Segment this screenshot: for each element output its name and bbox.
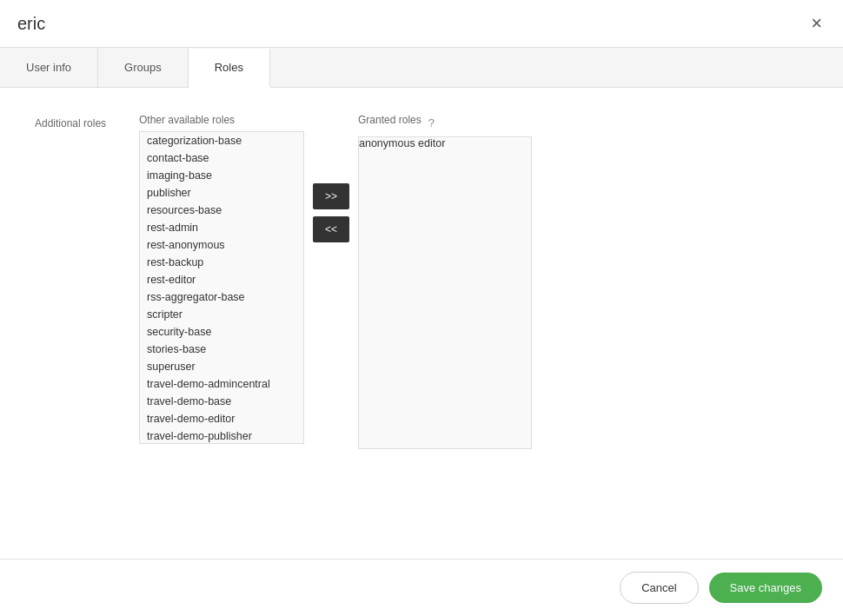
granted-roles-header: Granted roles (358, 114, 422, 126)
main-content: Additional roles Other available roles c… (0, 88, 843, 467)
list-item[interactable]: rss-aggregator-base (140, 288, 303, 306)
list-item[interactable]: superuser (140, 358, 303, 375)
available-roles-list[interactable]: categorization-basecontact-baseimaging-b… (139, 131, 304, 444)
tab-bar: User info Groups Roles (0, 48, 843, 88)
additional-roles-label: Additional roles (35, 114, 139, 129)
granted-roles-list[interactable]: anonymous editor (358, 136, 532, 449)
close-button[interactable]: × (807, 10, 826, 36)
list-item[interactable]: travel-demo-admincentral (140, 375, 303, 393)
roles-panel: Other available roles categorization-bas… (139, 114, 532, 449)
tab-groups[interactable]: Groups (98, 48, 189, 87)
list-item[interactable]: scripter (140, 306, 303, 323)
save-button[interactable]: Save changes (709, 573, 822, 603)
list-item[interactable]: imaging-base (140, 167, 303, 184)
help-icon[interactable]: ? (428, 116, 435, 129)
tab-user-info[interactable]: User info (0, 48, 98, 87)
cancel-button[interactable]: Cancel (620, 572, 698, 604)
available-roles-section: Other available roles categorization-bas… (139, 114, 304, 444)
transfer-back-button[interactable]: << (313, 216, 349, 242)
list-item[interactable]: categorization-base (140, 132, 303, 149)
transfer-buttons: >> << (304, 183, 358, 242)
transfer-forward-button[interactable]: >> (313, 183, 349, 209)
dialog-title: eric (17, 14, 45, 34)
list-item[interactable]: travel-demo-base (140, 393, 303, 410)
roles-container: Additional roles Other available roles c… (35, 114, 808, 449)
list-item[interactable]: rest-backup (140, 254, 303, 271)
dialog-footer: Cancel Save changes (0, 559, 843, 616)
granted-roles-section: Granted roles ? anonymous editor (358, 114, 532, 449)
list-item[interactable]: travel-demo-publisher (140, 427, 303, 444)
list-item[interactable]: publisher (140, 184, 303, 202)
list-item[interactable]: rest-anonymous (140, 236, 303, 254)
available-roles-header: Other available roles (139, 114, 304, 126)
list-item[interactable]: stories-base (140, 341, 303, 358)
list-item[interactable]: rest-editor (140, 271, 303, 288)
list-item[interactable]: travel-demo-editor (140, 410, 303, 427)
dialog-header: eric × (0, 0, 843, 48)
tab-roles[interactable]: Roles (189, 49, 270, 88)
list-item[interactable]: rest-admin (140, 219, 303, 236)
granted-header-row: Granted roles ? (358, 114, 532, 131)
list-item[interactable]: anonymous editor (359, 137, 531, 149)
list-item[interactable]: contact-base (140, 149, 303, 167)
list-item[interactable]: resources-base (140, 202, 303, 219)
list-item[interactable]: security-base (140, 323, 303, 341)
